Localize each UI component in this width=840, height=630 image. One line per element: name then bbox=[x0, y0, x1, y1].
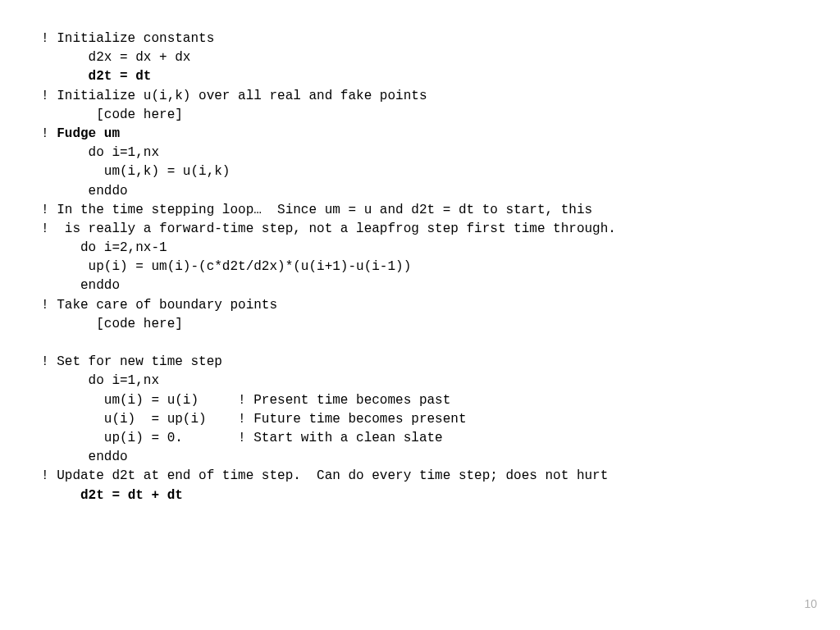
code-line: enddo bbox=[41, 448, 799, 467]
blank-line bbox=[41, 334, 799, 353]
code-line: d2t = dt + dt bbox=[41, 486, 799, 505]
code-line: ! Fudge um bbox=[41, 125, 799, 144]
code-line: do i=1,nx bbox=[41, 372, 799, 390]
code-line: ! Set for new time step bbox=[41, 353, 799, 372]
code-line: up(i) = 0. ! Start with a clean slate bbox=[41, 429, 799, 448]
code-line: ! is really a forward-time step, not a l… bbox=[41, 220, 799, 239]
code-line: u(i) = up(i) ! Future time becomes prese… bbox=[41, 410, 799, 429]
code-line: um(i) = u(i) ! Present time becomes past bbox=[41, 391, 799, 410]
code-line: do i=2,nx-1 bbox=[41, 239, 799, 258]
indent bbox=[41, 488, 80, 503]
code-line: [code here] bbox=[41, 106, 799, 125]
code-line: enddo bbox=[41, 182, 799, 201]
code-line: ! Initialize u(i,k) over all real and fa… bbox=[41, 87, 799, 106]
code-line: do i=1,nx bbox=[41, 144, 799, 162]
code-line: um(i,k) = u(i,k) bbox=[41, 162, 799, 181]
bold-text: d2t = dt bbox=[89, 69, 152, 84]
code-line: d2t = dt bbox=[41, 67, 799, 86]
code-line: ! Initialize constants bbox=[41, 30, 799, 48]
bold-text: d2t = dt + dt bbox=[80, 488, 183, 503]
code-line: enddo bbox=[41, 276, 799, 295]
bold-text: Fudge um bbox=[57, 126, 120, 141]
code-line: ! Update d2t at end of time step. Can do… bbox=[41, 467, 799, 486]
prefix: ! bbox=[41, 126, 57, 141]
indent bbox=[41, 69, 89, 84]
code-line: ! In the time stepping loop… Since um = … bbox=[41, 201, 799, 220]
page-number: 10 bbox=[804, 596, 817, 612]
code-line: up(i) = um(i)-(c*d2t/d2x)*(u(i+1)-u(i-1)… bbox=[41, 258, 799, 276]
code-line: [code here] bbox=[41, 315, 799, 334]
code-line: d2x = dx + dx bbox=[41, 48, 799, 67]
code-line: ! Take care of boundary points bbox=[41, 296, 799, 315]
